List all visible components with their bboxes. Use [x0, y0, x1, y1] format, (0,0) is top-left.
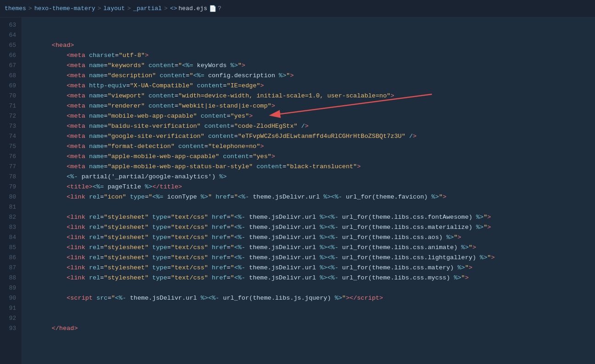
ln-78: 78: [0, 172, 22, 182]
ln-76: 76: [0, 152, 22, 162]
code-line-79: <link rel="icon" type="<%= iconType %>" …: [29, 182, 595, 192]
ln-88: 88: [0, 273, 22, 283]
line-numbers: 63 64 65 66 67 68 69 70 71 72 73 74 75 7…: [0, 17, 22, 364]
code-line-63: [29, 20, 595, 30]
code-line-87: <link rel="stylesheet" type="text/css" h…: [29, 263, 595, 273]
code-line-75: <meta name="apple-mobile-web-app-capable…: [29, 142, 595, 152]
breadcrumb-themes[interactable]: themes: [5, 5, 26, 12]
code-line-66: <meta name="keywords" content="<%= keyWo…: [29, 51, 595, 61]
ln-90: 90: [0, 293, 22, 303]
code-line-76: <meta name="apple-mobile-web-app-status-…: [29, 152, 595, 162]
code-line-93: [29, 324, 595, 334]
code-line-91: [29, 303, 595, 313]
ln-71: 71: [0, 101, 22, 111]
ln-75: 75: [0, 142, 22, 152]
code-line-77: <%- partial('_partial/google-analytics')…: [29, 162, 595, 172]
code-editor: 63 64 65 66 67 68 69 70 71 72 73 74 75 7…: [0, 17, 595, 364]
ln-89: 89: [0, 283, 22, 293]
code-content: <head> <meta charset="utf-8"> <meta name…: [22, 17, 595, 364]
ln-87: 87: [0, 263, 22, 273]
code-line-71: <meta name="mobile-web-app-capable" cont…: [29, 101, 595, 111]
ln-70: 70: [0, 91, 22, 101]
ln-68: 68: [0, 71, 22, 81]
code-line-70: <meta name="renderer" content="webkit|ie…: [29, 91, 595, 101]
ln-80: 80: [0, 192, 22, 202]
code-line-80: [29, 192, 595, 202]
ln-79: 79: [0, 182, 22, 192]
code-line-67: <meta name="description" content="<%= co…: [29, 61, 595, 71]
code-line-74: <meta name="format-detection" content="t…: [29, 131, 595, 142]
ln-91: 91: [0, 303, 22, 313]
ln-66: 66: [0, 51, 22, 61]
ln-74: 74: [0, 131, 22, 142]
ln-73: 73: [0, 121, 22, 131]
ln-81: 81: [0, 202, 22, 212]
code-line-85: <link rel="stylesheet" type="text/css" h…: [29, 243, 595, 253]
code-line-68: <meta http-equiv="X-UA-Compatible" conte…: [29, 71, 595, 81]
code-line-84: <link rel="stylesheet" type="text/css" h…: [29, 233, 595, 243]
breadcrumb: themes > hexo-theme-matery > layout > _p…: [0, 0, 595, 17]
breadcrumb-filename[interactable]: head.ejs: [179, 5, 207, 12]
sep3: >: [127, 5, 131, 12]
ln-83: 83: [0, 222, 22, 233]
code-line-83: <link rel="stylesheet" type="text/css" h…: [29, 222, 595, 233]
ln-65: 65: [0, 40, 22, 51]
sep4: >: [164, 5, 168, 12]
code-line-89: <script src="<%- theme.jsDelivr.url %><%…: [29, 283, 595, 293]
sep2: >: [97, 5, 101, 12]
ln-77: 77: [0, 162, 22, 172]
code-line-65: <meta charset="utf-8">: [29, 40, 595, 51]
breadcrumb-icon2: 📄: [209, 5, 216, 12]
code-line-81: <link rel="stylesheet" type="text/css" h…: [29, 202, 595, 212]
code-line-86: <link rel="stylesheet" type="text/css" h…: [29, 253, 595, 263]
breadcrumb-question: ?: [218, 5, 221, 12]
ln-63: 63: [0, 20, 22, 30]
ln-82: 82: [0, 212, 22, 222]
breadcrumb-partial[interactable]: _partial: [133, 5, 162, 12]
ln-84: 84: [0, 233, 22, 243]
ln-92: 92: [0, 313, 22, 324]
ln-67: 67: [0, 61, 22, 71]
ln-93: 93: [0, 324, 22, 334]
code-line-92: </head>: [29, 313, 595, 324]
code-line-73: <meta name="google-site-verification" co…: [29, 121, 595, 131]
sep1: >: [28, 5, 32, 12]
code-line-82: <link rel="stylesheet" type="text/css" h…: [29, 212, 595, 222]
ln-64: 64: [0, 30, 22, 40]
code-line-64: <head>: [29, 30, 595, 40]
breadcrumb-hexo[interactable]: hexo-theme-matery: [34, 5, 96, 12]
code-line-69: <meta name="viewport" content="width=dev…: [29, 81, 595, 91]
ln-85: 85: [0, 243, 22, 253]
code-line-72: <meta name="baidu-site-verification" con…: [29, 111, 595, 121]
ln-69: 69: [0, 81, 22, 91]
breadcrumb-layout[interactable]: layout: [103, 5, 125, 12]
code-line-78: <title><%= pageTitle %></title>: [29, 172, 595, 182]
ln-72: 72: [0, 111, 22, 121]
ln-86: 86: [0, 253, 22, 263]
breadcrumb-file-icon: <>: [170, 5, 177, 12]
code-line-88: [29, 273, 595, 283]
code-line-90: [29, 293, 595, 303]
